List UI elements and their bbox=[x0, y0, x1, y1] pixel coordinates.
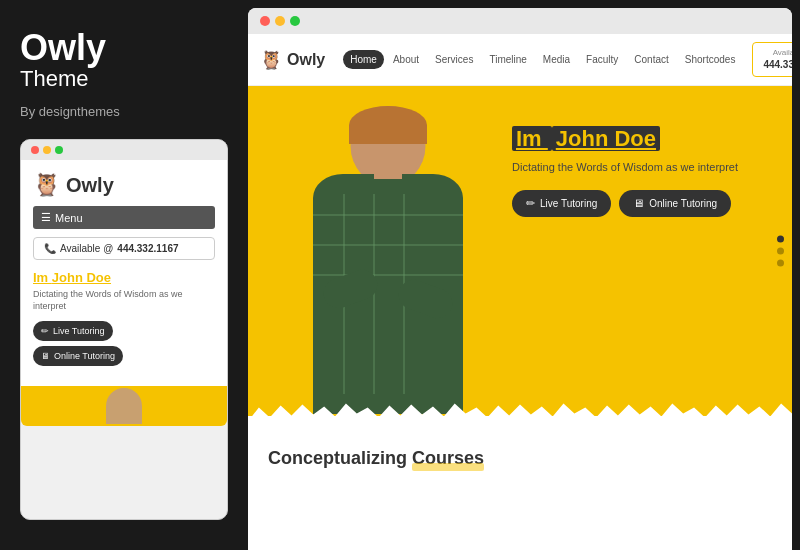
live-tutoring-icon: ✏ bbox=[526, 197, 535, 210]
mobile-owl-icon: 🦉 bbox=[33, 172, 60, 198]
person-body bbox=[313, 174, 463, 414]
mobile-dot-yellow bbox=[43, 146, 51, 154]
mobile-mockup: 🦉 Owly ☰ Menu 📞 Available @ 444.332.1167… bbox=[20, 139, 228, 520]
bottom-section: Conceptualizing Courses bbox=[248, 436, 792, 481]
nav-item-home[interactable]: Home bbox=[343, 50, 384, 69]
live-tutoring-label: Live Tutoring bbox=[540, 198, 597, 209]
browser-window: 🦉 Owly Home About Services Timeline Medi… bbox=[248, 8, 792, 550]
mobile-menu-bar[interactable]: ☰ Menu bbox=[33, 206, 215, 229]
hero-person bbox=[248, 86, 528, 416]
mobile-hero-name: John Doe bbox=[52, 270, 111, 285]
online-tutoring-button[interactable]: 🖥 Online Tutoring bbox=[619, 190, 731, 217]
mobile-dot-red bbox=[31, 146, 39, 154]
mobile-menu-label: Menu bbox=[55, 212, 83, 224]
mobile-top-bar bbox=[21, 140, 227, 160]
courses-title: Conceptualizing Courses bbox=[268, 448, 484, 469]
nav-item-media[interactable]: Media bbox=[536, 50, 577, 69]
hero-heading: Im John Doe bbox=[512, 126, 772, 152]
torn-divider bbox=[248, 416, 792, 436]
browser-chrome bbox=[248, 8, 792, 34]
hero-heading-pre: Im bbox=[512, 126, 552, 151]
mobile-yellow-bottom bbox=[21, 386, 227, 426]
nav-phone-number: 444.332.1167 bbox=[763, 58, 792, 71]
dot-3[interactable] bbox=[777, 260, 784, 267]
mobile-logo-row: 🦉 Owly bbox=[33, 172, 215, 198]
mobile-phone-number: 444.332.1167 bbox=[117, 243, 178, 254]
courses-title-text: Conceptualizing Courses bbox=[268, 448, 484, 468]
hero-buttons: ✏ Live Tutoring 🖥 Online Tutoring bbox=[512, 190, 772, 217]
nav-item-contact[interactable]: Contact bbox=[627, 50, 675, 69]
mobile-dot-green bbox=[55, 146, 63, 154]
mobile-live-tutoring-button[interactable]: ✏ Live Tutoring bbox=[33, 321, 113, 341]
nav-item-about[interactable]: About bbox=[386, 50, 426, 69]
dots-nav bbox=[777, 236, 784, 267]
online-tutoring-icon: 🖥 bbox=[633, 197, 644, 209]
dot-1[interactable] bbox=[777, 236, 784, 243]
hamburger-icon: ☰ bbox=[41, 211, 51, 224]
brand-title: Owly bbox=[20, 30, 228, 66]
nav-owl-icon: 🦉 bbox=[260, 49, 282, 71]
courses-title-highlight: Courses bbox=[412, 448, 484, 469]
left-panel: Owly Theme By designthemes 🦉 Owly ☰ Menu… bbox=[0, 0, 248, 550]
browser-dot-yellow bbox=[275, 16, 285, 26]
mobile-online-tutoring-button[interactable]: 🖥 Online Tutoring bbox=[33, 346, 123, 366]
mobile-btn-row: ✏ Live Tutoring 🖥 Online Tutoring bbox=[33, 321, 215, 366]
hero-section: Im John Doe Dictating the Words of Wisdo… bbox=[248, 86, 792, 416]
mobile-online-label: Online Tutoring bbox=[54, 351, 115, 361]
mobile-brand-text: Owly bbox=[66, 174, 114, 197]
hero-name: John Doe bbox=[552, 126, 660, 151]
person-hair bbox=[349, 106, 427, 144]
mobile-subtext: Dictating the Words of Wisdom as we inte… bbox=[33, 289, 215, 312]
hero-subtext: Dictating the Words of Wisdom as we inte… bbox=[512, 160, 772, 175]
nav-logo-text: Owly bbox=[287, 51, 325, 69]
nav-item-timeline[interactable]: Timeline bbox=[482, 50, 533, 69]
nav-phone-box: Available @ 444.332.1167 bbox=[752, 42, 792, 77]
dot-2[interactable] bbox=[777, 248, 784, 255]
mobile-heading: Im John Doe bbox=[33, 270, 215, 285]
mobile-live-label: Live Tutoring bbox=[53, 326, 105, 336]
nav-bar: 🦉 Owly Home About Services Timeline Medi… bbox=[248, 34, 792, 86]
mobile-phone-label: Available @ bbox=[60, 243, 113, 254]
nav-item-shortcodes[interactable]: Shortcodes bbox=[678, 50, 743, 69]
nav-available-text: Available @ bbox=[763, 48, 792, 58]
nav-item-faculty[interactable]: Faculty bbox=[579, 50, 625, 69]
mobile-phone-icon: 📞 bbox=[44, 243, 56, 254]
mobile-avatar-bottom bbox=[106, 388, 142, 424]
brand-by: By designthemes bbox=[20, 104, 228, 119]
browser-dot-green bbox=[290, 16, 300, 26]
hero-text-area: Im John Doe Dictating the Words of Wisdo… bbox=[512, 126, 772, 216]
mobile-online-icon: 🖥 bbox=[41, 351, 50, 361]
nav-items: Home About Services Timeline Media Facul… bbox=[343, 50, 742, 69]
mobile-content: 🦉 Owly ☰ Menu 📞 Available @ 444.332.1167… bbox=[21, 160, 227, 385]
brand-subtitle: Theme bbox=[20, 66, 228, 92]
mobile-live-icon: ✏ bbox=[41, 326, 49, 336]
live-tutoring-button[interactable]: ✏ Live Tutoring bbox=[512, 190, 611, 217]
mobile-phone-box: 📞 Available @ 444.332.1167 bbox=[33, 237, 215, 260]
browser-dot-red bbox=[260, 16, 270, 26]
online-tutoring-label: Online Tutoring bbox=[649, 198, 717, 209]
nav-item-services[interactable]: Services bbox=[428, 50, 480, 69]
nav-logo: 🦉 Owly bbox=[260, 49, 325, 71]
